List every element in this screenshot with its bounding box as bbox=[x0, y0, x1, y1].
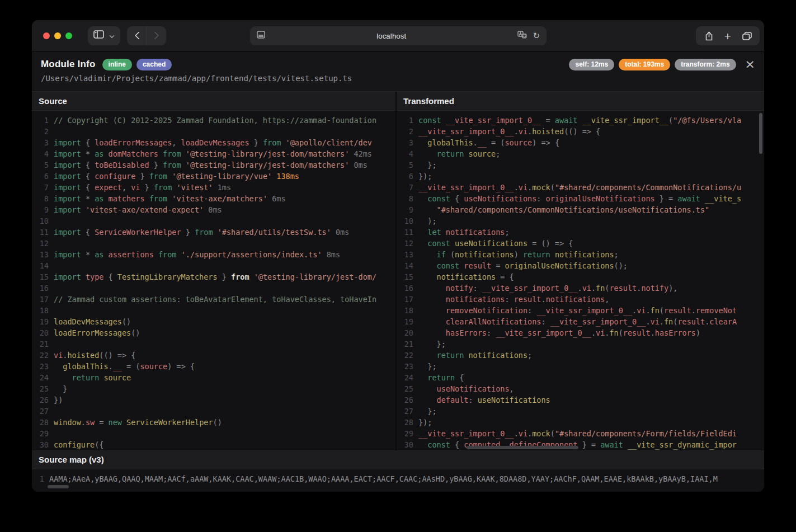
code-line: 15 notifications = { bbox=[397, 271, 764, 283]
timing-pill: total: 193ms bbox=[619, 59, 670, 70]
code-line: 28window.sw = new ServiceWorkerHelper() bbox=[32, 417, 395, 428]
traffic-lights bbox=[43, 32, 72, 39]
code-line: 7__vite_ssr_import_0__.vi.mock("#shared/… bbox=[397, 182, 764, 193]
tab-overview-button[interactable] bbox=[737, 26, 756, 45]
timing-pill: transform: 2ms bbox=[675, 59, 736, 70]
source-panel-title: Source bbox=[32, 92, 395, 111]
code-line: 3 globalThis.__ = (source) => { bbox=[397, 137, 764, 148]
sourcemap-line-number: 1 bbox=[32, 473, 44, 492]
transformed-panel-title: Transformed bbox=[397, 92, 764, 111]
code-line: 26}) bbox=[32, 394, 395, 406]
sidebar-toggle-button[interactable] bbox=[88, 26, 120, 45]
code-line: 24 return source bbox=[32, 372, 395, 383]
module-badges: inlinecached bbox=[102, 59, 172, 70]
code-line: 2 bbox=[32, 126, 395, 137]
timing-pill: self: 12ms bbox=[569, 59, 614, 70]
code-line: 4 return source; bbox=[397, 148, 764, 159]
code-line: 27 bbox=[32, 406, 395, 417]
browser-window: localhost ↻ + Module Info inlinecached s… bbox=[32, 20, 764, 492]
code-line: 18 removeNotification: __vite_ssr_import… bbox=[397, 305, 764, 316]
code-line: 8import * as matchers from 'vitest-axe/m… bbox=[32, 193, 395, 204]
sidebar-icon bbox=[93, 30, 104, 41]
nav-buttons bbox=[127, 26, 166, 45]
toolbar-right-buttons: + bbox=[696, 26, 760, 45]
sourcemap-line: 1 AAMA;AAeA,yBAAG,QAAQ,MAAM;AACf,aAAW,KA… bbox=[32, 469, 764, 492]
code-line: 10 bbox=[32, 215, 395, 227]
close-icon[interactable]: × bbox=[745, 58, 755, 70]
code-line: 14 const result = originalUseNotificatio… bbox=[397, 260, 764, 271]
code-line: 6import { configure } from '@testing-lib… bbox=[32, 171, 395, 182]
code-line: 5import { toBeDisabled } from '@testing-… bbox=[32, 159, 395, 171]
code-line: 27 }; bbox=[397, 406, 764, 417]
code-line: 3import { loadErrorMessages, loadDevMess… bbox=[32, 137, 395, 148]
back-button[interactable] bbox=[127, 26, 147, 45]
module-badge: cached bbox=[136, 59, 172, 70]
code-line: 15import type { TestingLibraryMatchers }… bbox=[32, 271, 395, 283]
code-line: 9 "#shared/components/CommonNotification… bbox=[397, 204, 764, 215]
code-line: 22vi.hoisted(() => { bbox=[32, 350, 395, 361]
vertical-scrollbar-thumb[interactable] bbox=[759, 113, 762, 154]
code-line: 16 bbox=[32, 283, 395, 294]
source-code-view[interactable]: 1// Copyright (C) 2012-2025 Zammad Found… bbox=[32, 111, 395, 450]
forward-button[interactable] bbox=[147, 26, 166, 45]
page-title: Module Info bbox=[41, 59, 96, 70]
code-line: 7import { expect, vi } from 'vitest' 1ms bbox=[32, 182, 395, 193]
module-file-path: /Users/vladimir/Projects/zammad/app/fron… bbox=[41, 74, 755, 83]
code-line: 20 hasErrors: __vite_ssr_import_0__.vi.f… bbox=[397, 327, 764, 338]
code-line: 8 const { useNotifications: originalUseN… bbox=[397, 193, 764, 204]
code-line: 1// Copyright (C) 2012-2025 Zammad Found… bbox=[32, 115, 395, 126]
code-line: 26 default: useNotifications bbox=[397, 394, 764, 406]
code-line: 16 notify: __vite_ssr_import_0__.vi.fn(r… bbox=[397, 283, 764, 294]
share-button[interactable] bbox=[699, 26, 718, 45]
horizontal-scrollbar-thumb[interactable] bbox=[467, 446, 578, 449]
code-line: 1const __vite_ssr_import_0__ = await __v… bbox=[397, 115, 764, 126]
new-tab-button[interactable]: + bbox=[718, 26, 737, 45]
module-badge: inline bbox=[102, 59, 132, 70]
code-line: 11 let notifications; bbox=[397, 227, 764, 238]
code-line: 5 }; bbox=[397, 159, 764, 171]
transformed-panel: Transformed 1const __vite_ssr_import_0__… bbox=[395, 92, 764, 450]
module-info-header: Module Info inlinecached self: 12mstotal… bbox=[32, 51, 764, 92]
sourcemap-section: Source map (v3) 1 AAMA;AAeA,yBAAG,QAAQ,M… bbox=[32, 450, 764, 492]
code-line: 29__vite_ssr_import_0__.vi.mock("#shared… bbox=[397, 428, 764, 439]
minimize-window-button[interactable] bbox=[54, 32, 61, 39]
code-line: 23 globalThis.__ = (source) => { bbox=[32, 361, 395, 372]
code-line: 21 bbox=[32, 338, 395, 350]
timing-metrics: self: 12mstotal: 193mstransform: 2ms bbox=[569, 59, 736, 70]
code-line: 10 ); bbox=[397, 215, 764, 227]
zoom-window-button[interactable] bbox=[65, 32, 72, 39]
chevron-down-icon bbox=[109, 31, 115, 41]
code-line: 18 bbox=[32, 305, 395, 316]
transformed-code-view[interactable]: 1const __vite_ssr_import_0__ = await __v… bbox=[397, 111, 764, 450]
code-line: 6}); bbox=[397, 171, 764, 182]
code-line: 22 return notifications; bbox=[397, 350, 764, 361]
code-line: 30 const { computed, defineComponent } =… bbox=[397, 439, 764, 450]
code-line: 28}); bbox=[397, 417, 764, 428]
close-window-button[interactable] bbox=[43, 32, 50, 39]
code-line: 11import { ServiceWorkerHelper } from '#… bbox=[32, 227, 395, 238]
code-line: 21 }; bbox=[397, 338, 764, 350]
browser-toolbar: localhost ↻ + bbox=[32, 20, 764, 51]
code-line: 25 useNotifications, bbox=[397, 383, 764, 394]
code-line: 19loadDevMessages() bbox=[32, 316, 395, 327]
code-line: 4import * as domMatchers from '@testing-… bbox=[32, 148, 395, 159]
code-line: 24 return { bbox=[397, 372, 764, 383]
url-text: localhost bbox=[265, 32, 517, 40]
reload-icon[interactable]: ↻ bbox=[533, 31, 540, 41]
code-line: 20loadErrorMessages() bbox=[32, 327, 395, 338]
address-bar[interactable]: localhost ↻ bbox=[250, 26, 547, 45]
code-line: 14 bbox=[32, 260, 395, 271]
sourcemap-scrollbar-thumb[interactable] bbox=[48, 485, 69, 488]
page-settings-icon[interactable] bbox=[257, 31, 265, 41]
sourcemap-title: Source map (v3) bbox=[32, 450, 764, 469]
code-line: 25 } bbox=[32, 383, 395, 394]
sourcemap-mappings: AAMA;AAeA,yBAAG,QAAQ,MAAM;AACf,aAAW,KAAK… bbox=[49, 473, 718, 492]
code-line: 9import 'vitest-axe/extend-expect' 0ms bbox=[32, 204, 395, 215]
code-line: 30configure({ bbox=[32, 439, 395, 450]
code-line: 12 bbox=[32, 238, 395, 249]
translate-icon[interactable] bbox=[517, 31, 527, 41]
code-line: 29 bbox=[32, 428, 395, 439]
source-panel: Source 1// Copyright (C) 2012-2025 Zamma… bbox=[32, 92, 395, 450]
code-line: 17// Zammad custom assertions: toBeAvata… bbox=[32, 294, 395, 305]
code-line: 17 notifications: result.notifications, bbox=[397, 294, 764, 305]
